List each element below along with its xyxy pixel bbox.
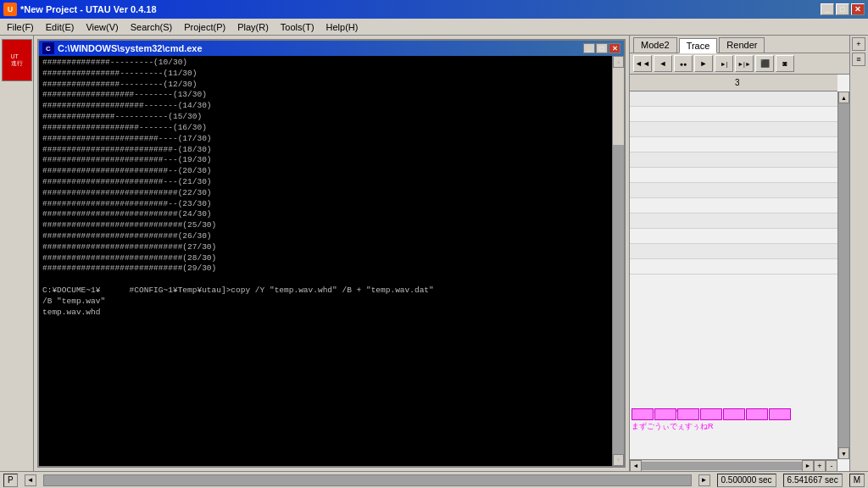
stop-button[interactable]: ►| <box>715 55 733 72</box>
note-block-6[interactable] <box>769 408 791 420</box>
scroll-up-btn[interactable]: ▲ <box>613 56 624 68</box>
right-scrollbar[interactable]: ▲ ▼ <box>837 92 849 459</box>
play-button[interactable]: ► <box>694 55 713 72</box>
window-title: *New Project - UTAU Ver 0.4.18 <box>20 4 157 14</box>
cmd-maximize[interactable]: □ <box>596 43 608 53</box>
cmd-line-10: ##########################--(20/30) <box>42 166 610 177</box>
app-icon: U <box>3 3 17 16</box>
note-block-2[interactable] <box>677 408 699 420</box>
cmd-window: C C:\WINDOWS\system32\cmd.exe _ □ ✕ ####… <box>37 39 626 468</box>
hscroll-right[interactable]: ► <box>802 460 814 472</box>
note-block-4[interactable] <box>723 408 745 420</box>
scroll-body[interactable] <box>838 103 849 447</box>
square-button[interactable]: ⬛ <box>755 55 774 72</box>
cmd-title: C:\WINDOWS\system32\cmd.exe <box>58 43 203 53</box>
menu-help[interactable]: Help(H) <box>321 20 364 34</box>
cmd-line-0: ##############---------(10/30) <box>42 58 610 69</box>
cmd-line-14: ############################(24/30) <box>42 209 610 220</box>
note-block-5[interactable] <box>746 408 768 420</box>
cmd-line-13: ##########################--(23/30) <box>42 199 610 210</box>
cmd-line-19: #############################(29/30) <box>42 263 610 274</box>
cmd-line-6: ####################-------(16/30) <box>42 123 610 134</box>
piano-roll[interactable]: 3 0 100 100 <box>630 75 849 471</box>
prev-button[interactable]: ◄ <box>654 55 672 72</box>
left-sidebar: UT進行 <box>0 36 34 471</box>
cmd-line-1: ################---------(11/30) <box>42 69 610 80</box>
far-btn-2[interactable]: ≡ <box>852 53 865 66</box>
cmd-line-4: #####################-------(14/30) <box>42 101 610 112</box>
cmd-path-line: C:¥DOCUME~1¥ #CONFIG~1¥Temp¥utau]>copy /… <box>42 286 610 297</box>
ruler: 3 <box>630 75 837 92</box>
scroll-right-btn[interactable]: ► <box>698 474 710 486</box>
cmd-b-line: /B "temp.wav" <box>42 297 610 308</box>
tab-mode2[interactable]: Mode2 <box>633 37 677 53</box>
status-p-label: P <box>8 475 14 485</box>
menu-edit[interactable]: Edit(E) <box>41 20 80 34</box>
scroll-up-arrow[interactable]: ▲ <box>838 92 849 103</box>
right-toolbar: ◄◄ ◄ ●● ► ►| ►|► ⬛ ◙ <box>630 53 849 75</box>
scroll-down-btn[interactable]: ▼ <box>613 454 624 466</box>
menu-view[interactable]: View(V) <box>81 20 123 34</box>
scroll-down-arrow[interactable]: ▼ <box>838 447 849 459</box>
ruler-number: 3 <box>735 78 740 87</box>
cmd-minimize[interactable]: _ <box>583 43 595 53</box>
cmd-line-7: ########################----(17/30) <box>42 134 610 145</box>
cmd-line-20 <box>42 274 610 286</box>
rewind-button[interactable]: ◄◄ <box>633 55 652 72</box>
hscroll-track[interactable] <box>642 462 802 470</box>
cmd-line-17: #############################(27/30) <box>42 242 610 253</box>
cmd-line-2: ################---------(12/30) <box>42 80 610 91</box>
time2-label: 6.541667 sec <box>787 475 838 485</box>
cmd-content[interactable]: ##############---------(10/30) #########… <box>39 56 624 466</box>
menu-project[interactable]: Project(P) <box>179 20 231 34</box>
tab-trace[interactable]: Trace <box>679 38 718 53</box>
note-blocks-row <box>630 408 837 420</box>
cmd-line-3: ###################--------(13/30) <box>42 90 610 101</box>
menu-search[interactable]: Search(S) <box>125 20 178 34</box>
right-tabs: Mode2 Trace Render <box>630 36 849 53</box>
cmd-line-12: ############################(22/30) <box>42 188 610 199</box>
scroll-left-btn[interactable]: ◄ <box>25 474 36 486</box>
tab-render[interactable]: Render <box>719 37 765 53</box>
status-m: M <box>849 474 865 487</box>
lyrics-text: まずごうぃでぇすぅねR <box>632 421 714 432</box>
record-button[interactable]: ●● <box>674 55 693 72</box>
menu-play[interactable]: Play(R) <box>232 20 274 34</box>
lyric-row: まずごうぃでぇすぅねR <box>632 419 837 434</box>
status-time2: 6.541667 sec <box>783 474 843 487</box>
menu-file[interactable]: File(F) <box>2 20 39 34</box>
title-bar: U *New Project - UTAU Ver 0.4.18 _ □ ✕ <box>0 0 868 19</box>
menu-tools[interactable]: Tools(T) <box>275 20 320 34</box>
scroll-track[interactable] <box>613 68 624 145</box>
corner-minus[interactable]: - <box>826 460 837 472</box>
cmd-close[interactable]: ✕ <box>609 43 620 53</box>
note-block-0[interactable] <box>632 408 654 420</box>
menu-bar: File(F) Edit(E) View(V) Search(S) Projec… <box>0 19 868 36</box>
bottom-scrollbar[interactable]: ◄ ► + - <box>630 459 837 471</box>
minimize-button[interactable]: _ <box>821 3 834 15</box>
hscroll-main[interactable] <box>43 474 692 486</box>
close-button[interactable]: ✕ <box>851 3 865 15</box>
cmd-title-bar: C C:\WINDOWS\system32\cmd.exe _ □ ✕ <box>39 41 624 56</box>
cmd-line-18: #############################(28/30) <box>42 253 610 264</box>
cmd-line-11: #########################---(21/30) <box>42 177 610 188</box>
right-panel: Mode2 Trace Render ◄◄ ◄ ●● ► ►| ►|► ⬛ ◙ … <box>629 36 849 471</box>
cmd-line-16: ############################(26/30) <box>42 231 610 242</box>
corner-plus[interactable]: + <box>814 460 826 472</box>
loop-button[interactable]: ►|► <box>735 55 754 72</box>
window-controls: _ □ ✕ <box>821 3 865 15</box>
cmd-scrollbar[interactable]: ▲ ▼ <box>612 56 624 466</box>
hscroll-left[interactable]: ◄ <box>630 460 642 472</box>
cmd-line-9: #########################---(19/30) <box>42 155 610 166</box>
maximize-button[interactable]: □ <box>836 3 849 15</box>
cmd-line-5: ###############-----------(15/30) <box>42 112 610 123</box>
special-button[interactable]: ◙ <box>776 55 794 72</box>
scroll-thumb[interactable] <box>613 145 624 454</box>
status-bar: P ◄ ► 0.500000 sec 6.541667 sec M <box>0 471 868 488</box>
note-block-3[interactable] <box>700 408 722 420</box>
status-time1: 0.500000 sec <box>717 474 776 487</box>
cmd-line-15: #############################(25/30) <box>42 220 610 231</box>
far-btn-1[interactable]: + <box>852 37 865 51</box>
note-block-1[interactable] <box>654 408 676 420</box>
cmd-icon: C <box>42 42 54 54</box>
